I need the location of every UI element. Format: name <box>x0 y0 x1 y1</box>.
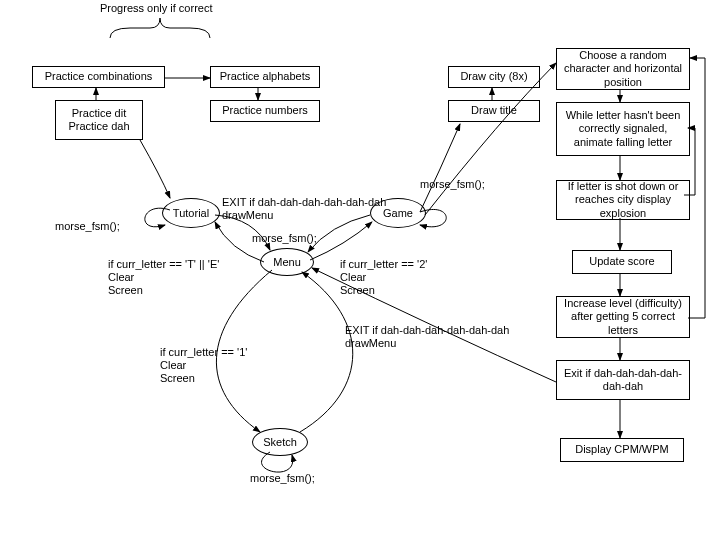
box-practice-combinations: Practice combinations <box>32 66 165 88</box>
lbl-exit-tutorial: EXIT if dah-dah-dah-dah-dah-dah drawMenu <box>222 196 386 222</box>
flow-explosion: If letter is shot down or reaches city d… <box>556 180 690 220</box>
box-practice-alphabets: Practice alphabets <box>210 66 320 88</box>
box-practice-ditdah: Practice dit Practice dah <box>55 100 143 140</box>
lbl-morse-menu: morse_fsm(); <box>252 232 317 245</box>
lbl-morse-tutorial: morse_fsm(); <box>55 220 120 233</box>
lbl-two-clear: if curr_letter == '2' Clear Screen <box>340 258 427 298</box>
lbl-te-clear: if curr_letter == 'T' || 'E' Clear Scree… <box>108 258 219 298</box>
box-draw-title: Draw title <box>448 100 540 122</box>
state-menu: Menu <box>260 248 314 276</box>
box-practice-numbers: Practice numbers <box>210 100 320 122</box>
state-tutorial: Tutorial <box>162 198 220 228</box>
lbl-morse-game: morse_fsm(); <box>420 178 485 191</box>
flow-choose: Choose a random character and horizontal… <box>556 48 690 90</box>
caption-progress: Progress only if correct <box>100 2 212 15</box>
flow-exit: Exit if dah-dah-dah-dah-dah-dah <box>556 360 690 400</box>
state-sketch: Sketch <box>252 428 308 456</box>
flow-cpm: Display CPM/WPM <box>560 438 684 462</box>
lbl-exit-sketch: EXIT if dah-dah-dah-dah-dah-dah drawMenu <box>345 324 509 350</box>
flow-animate: While letter hasn't been correctly signa… <box>556 102 690 156</box>
box-draw-city: Draw city (8x) <box>448 66 540 88</box>
flow-level: Increase level (difficulty) after gettin… <box>556 296 690 338</box>
lbl-one-clear: if curr_letter == '1' Clear Screen <box>160 346 247 386</box>
lbl-morse-sketch: morse_fsm(); <box>250 472 315 485</box>
flow-score: Update score <box>572 250 672 274</box>
